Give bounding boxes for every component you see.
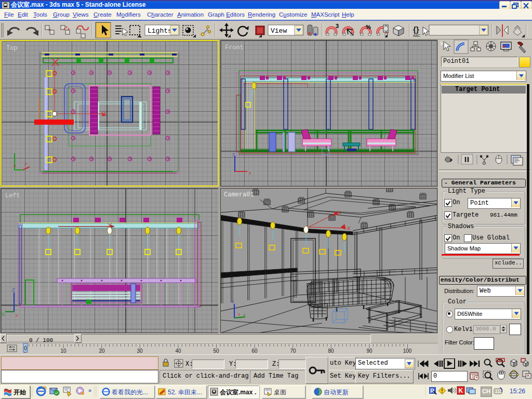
svg-text:0: 0 (24, 345, 27, 351)
svg-text:20: 20 (99, 348, 105, 354)
svg-text:Left: Left (5, 192, 20, 200)
svg-text:x: x (238, 312, 241, 317)
svg-text:»: » (88, 387, 91, 393)
svg-text:Camera01: Camera01 (224, 191, 254, 198)
svg-text:x: x (16, 313, 18, 318)
svg-text:Top: Top (6, 45, 18, 52)
svg-text:K: K (459, 387, 463, 394)
svg-text:Z: Z (12, 287, 15, 292)
svg-text:x: x (25, 161, 28, 166)
svg-text:100: 100 (403, 348, 412, 354)
svg-text:90: 90 (366, 348, 373, 354)
svg-text:z: z (232, 152, 235, 157)
svg-text:3: 3 (336, 23, 339, 29)
svg-text:80: 80 (328, 348, 334, 354)
svg-text:Front: Front (225, 44, 244, 51)
svg-text:R: R (430, 388, 434, 394)
svg-text:View: View (271, 27, 287, 35)
svg-text:10: 10 (60, 348, 66, 354)
svg-text:x: x (249, 170, 251, 176)
svg-text:Lights: Lights (148, 27, 172, 35)
svg-text:ABC: ABC (413, 34, 420, 37)
svg-text:y: y (243, 312, 246, 317)
svg-text:70: 70 (290, 348, 296, 354)
svg-text:{}: {} (413, 25, 419, 34)
svg-text:60: 60 (251, 348, 258, 354)
svg-text:z: z (232, 299, 234, 304)
svg-text:30: 30 (137, 348, 143, 354)
svg-text:S: S (2, 312, 5, 317)
svg-text:%: % (366, 24, 371, 30)
svg-text:40: 40 (175, 348, 181, 354)
svg-text:50: 50 (213, 348, 219, 354)
